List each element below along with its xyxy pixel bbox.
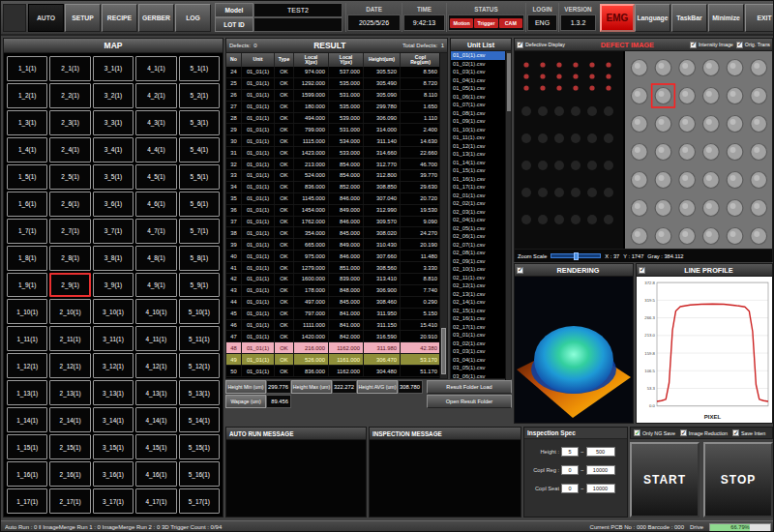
result-row-48[interactable]: 4801_01(1)OK216.0001162.000311.98042.380 [226, 342, 441, 354]
orig-trans-checkbox[interactable]: Orig. Trans [736, 42, 770, 48]
unit-list-item[interactable]: 03_06(1).csv [451, 372, 511, 381]
map-cell-1_12(1)[interactable]: 1_12(1) [7, 353, 47, 378]
spec-min-input[interactable]: 5 [561, 447, 579, 457]
map-cell-5_13(1)[interactable]: 5_13(1) [179, 380, 220, 405]
unit-list-item[interactable]: 01_06(1).csv [451, 93, 511, 102]
unit-list-item[interactable]: 03_04(1).csv [451, 356, 511, 365]
spec-min-input[interactable]: 0 [561, 484, 579, 493]
unit-list-item[interactable]: 01_16(1).csv [451, 175, 511, 184]
map-cell-2_9(1)[interactable]: 2_9(1) [49, 273, 90, 298]
defective-display-checkbox[interactable]: Defective Display [517, 42, 565, 48]
map-cell-4_7(1)[interactable]: 4_7(1) [135, 219, 176, 244]
map-cell-4_12(1)[interactable]: 4_12(1) [135, 353, 176, 378]
unit-list-item[interactable]: 02_01(1).csv [451, 192, 511, 200]
unit-list-item[interactable]: 01_14(1).csv [451, 159, 511, 167]
line-profile-chart[interactable]: 0.053.3106.5159.8213.0266.3319.5372.8PIX… [637, 277, 772, 423]
map-cell-2_7(1)[interactable]: 2_7(1) [49, 219, 90, 244]
result-row-32[interactable]: 3201_01(1)OK213.000854.000312.77046.700 [226, 159, 441, 170]
unit-list-item[interactable]: 02_15(1).csv [451, 307, 511, 315]
map-cell-4_1(1)[interactable]: 4_1(1) [135, 56, 176, 81]
result-row-26[interactable]: 2601_01(1)OK1599.000531.000305.0908.110 [226, 90, 441, 102]
result-row-25[interactable]: 2501_01(1)OK1292.000535.000305.4908.720 [226, 78, 441, 90]
map-cell-5_5(1)[interactable]: 5_5(1) [179, 164, 220, 190]
map-cell-5_9(1)[interactable]: 5_9(1) [179, 273, 220, 298]
map-cell-2_17(1)[interactable]: 2_17(1) [49, 488, 90, 514]
map-cell-2_1(1)[interactable]: 2_1(1) [49, 56, 90, 81]
map-cell-1_5(1)[interactable]: 1_5(1) [7, 164, 47, 190]
model-value-field[interactable]: TEST2 [253, 3, 342, 17]
result-row-47[interactable]: 4701_01(1)OK1420.000842.000316.59020.910 [226, 331, 441, 342]
result-row-49[interactable]: 4901_01(1)OK526.0001161.000306.47053.170 [226, 354, 441, 366]
result-row-46[interactable]: 4601_01(1)OK1111.000841.000311.15015.410 [226, 320, 441, 332]
map-cell-2_11(1)[interactable]: 2_11(1) [49, 326, 90, 351]
unit-list-item[interactable]: 01_04(1).csv [451, 76, 511, 85]
unit-list-item[interactable]: 01_02(1).csv [451, 60, 511, 69]
map-cell-1_2(1)[interactable]: 1_2(1) [7, 83, 47, 108]
map-cell-3_12(1)[interactable]: 3_12(1) [93, 353, 134, 378]
result-row-39[interactable]: 3901_01(1)OK665.000849.000310.43020.190 [226, 239, 441, 251]
save-inten-checkbox[interactable]: Save Inten [732, 429, 765, 436]
unit-list-item[interactable]: 02_14(1).csv [451, 298, 511, 307]
unit-list-item[interactable]: 03_02(1).csv [451, 340, 511, 348]
map-cell-5_17(1)[interactable]: 5_17(1) [179, 488, 220, 514]
map-cell-1_15(1)[interactable]: 1_15(1) [7, 434, 47, 459]
map-cell-1_14(1)[interactable]: 1_14(1) [7, 407, 47, 432]
map-cell-2_3(1)[interactable]: 2_3(1) [49, 110, 90, 135]
unit-list-item[interactable]: 01_03(1).csv [451, 68, 511, 76]
unit-list-item[interactable]: 02_02(1).csv [451, 199, 511, 208]
map-cell-1_7(1)[interactable]: 1_7(1) [7, 219, 47, 244]
unit-list-item[interactable]: 01_11(1).csv [451, 133, 511, 142]
map-cell-4_9(1)[interactable]: 4_9(1) [135, 273, 176, 298]
map-cell-3_7(1)[interactable]: 3_7(1) [93, 219, 134, 244]
map-cell-3_13(1)[interactable]: 3_13(1) [93, 380, 134, 405]
result-row-35[interactable]: 3501_01(1)OK1145.000846.000307.04020.720 [226, 193, 441, 205]
map-cell-4_13(1)[interactable]: 4_13(1) [135, 380, 176, 405]
map-cell-2_14(1)[interactable]: 2_14(1) [49, 407, 90, 432]
result-scrollbar[interactable] [439, 53, 447, 378]
unit-list-item[interactable]: 01_01(1).csv [451, 51, 511, 60]
map-cell-4_14(1)[interactable]: 4_14(1) [135, 407, 176, 432]
map-cell-2_12(1)[interactable]: 2_12(1) [49, 353, 90, 378]
unit-list-item[interactable]: 01_17(1).csv [451, 183, 511, 192]
minimize-button[interactable]: Minimize [708, 4, 744, 32]
unit-list-item[interactable]: 02_09(1).csv [451, 257, 511, 266]
map-cell-5_10(1)[interactable]: 5_10(1) [179, 299, 220, 324]
map-cell-5_6(1)[interactable]: 5_6(1) [179, 192, 220, 217]
map-cell-5_14(1)[interactable]: 5_14(1) [179, 407, 220, 432]
spec-min-input[interactable]: 0 [561, 465, 579, 475]
result-row-31[interactable]: 3101_01(1)OK1423.000533.000314.66022.660 [226, 147, 441, 159]
map-cell-4_15(1)[interactable]: 4_15(1) [135, 434, 176, 459]
image-reduction-checkbox[interactable]: Image Reduction [680, 429, 728, 436]
nav-gerber-button[interactable]: GERBER [138, 4, 174, 32]
result-row-37[interactable]: 3701_01(1)OK1762.000846.000309.5709.090 [226, 217, 441, 228]
rendering-3d-view[interactable] [515, 277, 633, 423]
map-cell-3_8(1)[interactable]: 3_8(1) [93, 246, 134, 271]
map-cell-1_6(1)[interactable]: 1_6(1) [7, 192, 47, 217]
result-row-42[interactable]: 4201_01(1)OK1600.000839.000313.4108.810 [226, 274, 441, 285]
result-row-30[interactable]: 3001_01(1)OK1115.000534.000311.14014.630 [226, 135, 441, 147]
result-row-40[interactable]: 4001_01(1)OK975.000846.000307.66011.480 [226, 251, 441, 262]
rendering-checkbox[interactable] [517, 267, 523, 274]
taskbar-button[interactable]: TaskBar [671, 4, 707, 32]
unit-list-item[interactable]: 01_07(1).csv [451, 101, 511, 109]
map-cell-5_3(1)[interactable]: 5_3(1) [179, 110, 220, 135]
lot-id-field[interactable] [253, 17, 342, 32]
start-button[interactable]: START [630, 442, 700, 517]
result-row-45[interactable]: 4501_01(1)OK797.000841.000311.9505.150 [226, 309, 441, 320]
unit-list-item[interactable]: 02_11(1).csv [451, 274, 511, 282]
language-button[interactable]: Language [635, 4, 670, 32]
map-cell-4_5(1)[interactable]: 4_5(1) [135, 164, 176, 190]
unit-list-item[interactable]: 01_10(1).csv [451, 126, 511, 134]
result-scroll-thumb[interactable] [441, 328, 446, 374]
stop-button[interactable]: STOP [703, 442, 773, 517]
map-cell-3_3(1)[interactable]: 3_3(1) [93, 110, 134, 135]
map-cell-3_9(1)[interactable]: 3_9(1) [93, 273, 134, 298]
unit-list-item[interactable]: 02_07(1).csv [451, 241, 511, 250]
spec-max-input[interactable]: 10000 [586, 484, 615, 493]
map-cell-3_5(1)[interactable]: 3_5(1) [93, 164, 134, 190]
result-row-41[interactable]: 4101_01(1)OK1279.000851.000308.5603.330 [226, 262, 441, 274]
result-row-29[interactable]: 2901_01(1)OK799.000531.000314.0002.400 [226, 124, 441, 135]
map-cell-1_9(1)[interactable]: 1_9(1) [7, 273, 47, 298]
map-cell-4_2(1)[interactable]: 4_2(1) [135, 83, 176, 108]
map-cell-1_13(1)[interactable]: 1_13(1) [7, 380, 47, 405]
